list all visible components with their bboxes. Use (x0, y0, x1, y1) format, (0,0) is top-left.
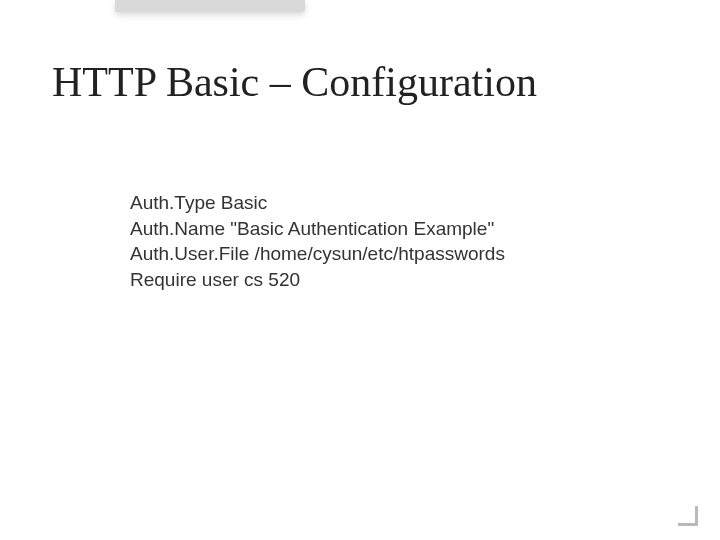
slide: HTTP Basic – Configuration Auth.Type Bas… (0, 0, 720, 540)
config-line: Require user cs 520 (130, 267, 505, 293)
top-accent-bar (115, 0, 305, 12)
config-block: Auth.Type Basic Auth.Name "Basic Authent… (130, 190, 505, 293)
config-line: Auth.Name "Basic Authentication Example" (130, 216, 505, 242)
corner-accent-icon (678, 506, 698, 526)
config-line: Auth.Type Basic (130, 190, 505, 216)
config-line: Auth.User.File /home/cysun/etc/htpasswor… (130, 241, 505, 267)
slide-title: HTTP Basic – Configuration (52, 58, 537, 106)
